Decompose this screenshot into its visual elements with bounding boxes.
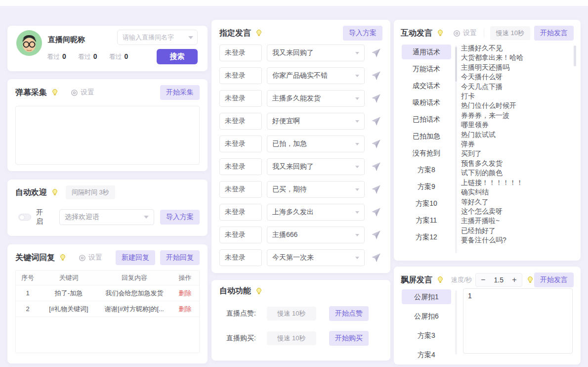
speed-chip[interactable]: 慢速 10秒 [267,307,316,321]
send-icon[interactable] [370,46,382,59]
floating-textarea[interactable]: 1 [463,288,573,354]
chevron-down-icon [144,216,149,219]
chat-message[interactable]: 主播明天还播吗 [461,63,569,72]
start-function-button[interactable]: 开始购买 [329,331,369,346]
tab[interactable]: 方案12 [402,229,451,244]
message-select[interactable]: 你家产品确实不错 [267,67,365,84]
chat-message[interactable]: 弹券 [461,139,569,149]
welcome-select[interactable]: 选择欢迎语 [59,209,154,225]
message-select[interactable]: 主播666 [267,227,365,243]
settings-control[interactable]: 设置 [453,29,477,38]
tab[interactable]: 公屏扣1 [402,289,451,304]
message-scrollbar-thumb[interactable] [574,46,576,66]
send-icon[interactable] [370,115,382,128]
chat-message[interactable]: 今天播什么呀 [461,72,569,82]
login-status-field[interactable]: 未登录 [219,90,262,107]
start-reply-button[interactable]: 开始回复 [160,250,200,265]
tab[interactable]: 方案8 [402,162,451,177]
message-select[interactable]: 我又来回购了 [267,45,365,61]
chat-message[interactable]: 这个怎么卖呀 [461,207,569,216]
message-select[interactable]: 今天第一次来 [267,249,365,266]
login-status-field[interactable]: 未登录 [219,181,262,198]
tab[interactable]: 已拍话术 [402,112,451,127]
tab-scrollbar-track [455,290,457,355]
login-status-field[interactable]: 未登录 [219,136,262,152]
login-status-field[interactable]: 未登录 [219,249,262,266]
chat-message[interactable]: 已经拍好了 [461,226,569,235]
start-speak-button[interactable]: 开始发言 [534,26,574,41]
message-select[interactable]: 我又来回购了 [267,158,365,175]
message-select[interactable]: 已买，期待 [267,181,365,198]
login-status-field[interactable]: 未登录 [219,67,262,84]
send-icon[interactable] [370,138,382,150]
bulb-icon [255,29,263,37]
delete-link[interactable]: 删除 [171,305,199,314]
chat-message[interactable]: 主播开播啦~ [461,216,569,226]
search-button[interactable]: 搜索 [157,49,198,64]
speed-chip[interactable]: 慢速 10秒 [267,331,316,345]
tab[interactable]: 方案11 [402,213,451,228]
chat-message[interactable]: 今天几点下播 [461,82,569,92]
login-status-field[interactable]: 未登录 [219,227,262,243]
tab[interactable]: 方案9 [402,179,451,194]
new-reply-button[interactable]: 新建回复 [116,250,155,265]
tab[interactable]: 方案3 [402,328,451,343]
tab[interactable]: 方案4 [402,347,451,362]
import-plan-button[interactable]: 导入方案 [160,210,200,225]
import-plan-button[interactable]: 导入方案 [343,26,382,41]
tab[interactable]: 已拍加急 [402,129,451,143]
tab[interactable]: 成交话术 [402,78,451,93]
tab[interactable]: 没有抢到 [402,145,451,160]
chat-message[interactable]: 大货都拿出来！哈哈 [461,53,569,62]
tab[interactable]: 万能话术 [402,61,451,76]
message-select[interactable]: 上海多久发出 [267,204,365,221]
message-select[interactable]: 主播多久能发货 [267,90,365,107]
message-select[interactable]: 好便宜啊 [267,113,365,130]
settings-control[interactable]: 设置 [79,253,102,262]
chat-message[interactable]: 等好久了 [461,197,569,207]
chat-message[interactable]: 打卡 [461,92,569,101]
tab[interactable]: 方案10 [402,196,451,211]
send-icon[interactable] [370,251,382,264]
speed-chip[interactable]: 慢速 10秒 [490,26,530,40]
chat-message[interactable]: 确实纠结 [461,187,569,197]
chat-message[interactable]: 热门位什么时候开 [461,101,569,110]
chat-message[interactable]: 预售多久发货 [461,159,569,168]
login-status-field[interactable]: 未登录 [219,113,262,130]
chat-message[interactable]: 要备注什么吗? [461,235,569,245]
message-select[interactable]: 已拍，加急 [267,136,365,152]
tab-scrollbar-thumb[interactable] [455,47,457,82]
interval-chip[interactable]: 间隔时间 3秒 [66,185,115,199]
tab[interactable]: 通用话术 [402,45,451,59]
chat-message[interactable]: 热门款试试 [461,130,569,139]
start-collect-button[interactable]: 开始采集 [160,85,200,100]
login-status-field[interactable]: 未登录 [219,204,262,221]
send-icon[interactable] [370,160,382,173]
chat-message[interactable]: 试下别的颜色 [461,168,569,178]
tab[interactable]: 吸粉话术 [402,95,451,110]
send-icon[interactable] [370,206,382,219]
stat-label: 看过 [78,52,91,61]
login-status-field[interactable]: 未登录 [219,158,262,175]
minus-button[interactable]: − [476,275,491,284]
login-status-field[interactable]: 未登录 [219,45,262,61]
room-search-input[interactable]: 请输入直播间名字 [117,30,198,45]
send-icon[interactable] [370,69,382,82]
tab[interactable]: 公屏扣6 [402,309,451,323]
settings-control[interactable]: 设置 [71,88,94,97]
chat-message[interactable]: 券券券，来一波 [461,111,569,120]
send-icon[interactable] [370,92,382,105]
floating-speech-card: 飘屏发言 速度/秒 − 1.5 + 开始发言 公屏扣1 公屏扣6 方案3 方案4… [394,267,581,365]
start-function-button[interactable]: 开始点赞 [329,306,369,321]
start-speak-button[interactable]: 开始发言 [534,273,574,287]
send-icon[interactable] [370,229,382,241]
send-icon[interactable] [370,183,382,196]
chat-message[interactable]: 买到了 [461,149,569,158]
chat-message[interactable]: 上链接！！！！！！ [461,178,569,187]
chat-message[interactable]: 主播好久不见 [461,44,569,53]
plus-button[interactable]: + [507,275,522,284]
message-text: 已拍，加急 [272,139,355,148]
delete-link[interactable]: 删除 [171,289,199,298]
chat-message[interactable]: 哪里领券 [461,120,569,130]
welcome-toggle[interactable] [18,214,31,221]
